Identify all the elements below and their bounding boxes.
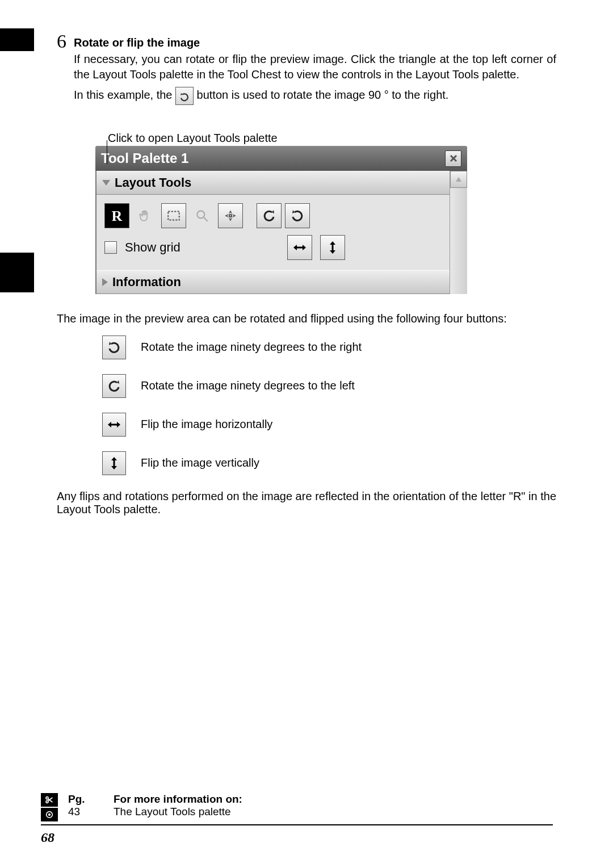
footer-rule xyxy=(41,824,553,825)
disclosure-triangle-right-icon xyxy=(102,278,108,286)
layout-tools-header[interactable]: Layout Tools xyxy=(96,171,450,195)
example-text-after: button is used to rotate the image 90 ° … xyxy=(197,89,449,101)
flip-vertical-label: Flip the image vertically xyxy=(141,456,259,469)
page-number: 68 xyxy=(41,830,54,845)
svg-marker-6 xyxy=(229,217,233,221)
flip-horizontal-label: Flip the image horizontally xyxy=(141,418,272,431)
marquee-tool-icon[interactable] xyxy=(161,203,186,228)
svg-marker-11 xyxy=(293,245,297,250)
focus-tool-icon[interactable] xyxy=(218,203,243,228)
ref-pg-1: 43 xyxy=(68,806,96,818)
rotate-left-icon xyxy=(102,374,126,398)
flip-horizontal-button[interactable] xyxy=(287,235,312,260)
information-header[interactable]: Information xyxy=(96,270,450,294)
margin-tab-top xyxy=(0,28,34,51)
step-title: Rotate or flip the image xyxy=(74,35,556,51)
svg-marker-15 xyxy=(330,250,335,254)
svg-marker-7 xyxy=(225,214,229,218)
after-palette-intro: The image in the preview area can be rot… xyxy=(57,312,556,325)
svg-point-9 xyxy=(229,215,232,217)
hand-tool-icon[interactable] xyxy=(133,203,158,228)
disc-icon xyxy=(41,808,58,821)
rotate-left-button[interactable] xyxy=(257,203,282,228)
flip-horizontal-icon xyxy=(102,413,126,437)
scrollbar[interactable] xyxy=(450,171,467,293)
orientation-indicator: R xyxy=(104,203,129,228)
information-label: Information xyxy=(112,274,181,291)
ref-header-text: For more information on: xyxy=(114,793,242,806)
rotate-right-label: Rotate the image ninety degrees to the r… xyxy=(141,341,362,354)
palette-titlebar: Tool Palette 1 xyxy=(95,146,467,171)
margin-tab-mid xyxy=(0,253,34,292)
flip-vertical-button[interactable] xyxy=(320,235,345,260)
svg-point-3 xyxy=(197,211,204,218)
disclosure-triangle-down-icon xyxy=(102,180,110,186)
ref-header-pg: Pg. xyxy=(68,793,96,806)
example-text-before: In this example, the xyxy=(74,89,175,101)
step-paragraph-1: If necessary, you can rotate or flip the… xyxy=(74,52,556,82)
svg-marker-12 xyxy=(303,245,306,250)
scroll-up-button[interactable] xyxy=(450,171,467,188)
svg-marker-5 xyxy=(229,210,233,214)
rotate-right-button[interactable] xyxy=(285,203,310,228)
show-grid-checkbox[interactable] xyxy=(104,241,117,254)
svg-marker-22 xyxy=(111,466,117,469)
svg-rect-2 xyxy=(168,211,179,220)
tool-palette: Tool Palette 1 Layout Tools xyxy=(95,146,467,294)
rotate-right-icon xyxy=(175,87,194,105)
svg-marker-18 xyxy=(108,422,111,427)
zoom-tool-icon[interactable] xyxy=(190,203,215,228)
svg-marker-14 xyxy=(330,241,335,245)
svg-point-28 xyxy=(49,814,51,816)
layout-tools-label: Layout Tools xyxy=(115,174,191,191)
cross-reference-block: Pg. For more information on: 43 The Layo… xyxy=(41,793,242,821)
annotation-pointer xyxy=(107,140,107,164)
svg-marker-8 xyxy=(232,214,236,218)
svg-marker-16 xyxy=(456,177,461,182)
svg-line-4 xyxy=(204,217,208,221)
rotate-left-label: Rotate the image ninety degrees to the l… xyxy=(141,379,355,392)
ref-text-1: The Layout Tools palette xyxy=(114,806,231,818)
final-paragraph: Any flips and rotations performed on the… xyxy=(57,490,556,516)
palette-title-text: Tool Palette 1 xyxy=(101,149,188,167)
step-number: 6 xyxy=(57,32,74,51)
scissors-icon xyxy=(41,793,58,807)
svg-marker-21 xyxy=(111,457,117,460)
step-example-line: In this example, the button is used to r… xyxy=(74,87,556,105)
palette-annotation: Click to open Layout Tools palette xyxy=(108,131,556,146)
rotate-right-icon xyxy=(102,336,126,359)
flip-vertical-icon xyxy=(102,451,126,475)
svg-marker-19 xyxy=(117,422,120,427)
show-grid-label: Show grid xyxy=(125,239,180,256)
close-button[interactable] xyxy=(445,150,461,167)
